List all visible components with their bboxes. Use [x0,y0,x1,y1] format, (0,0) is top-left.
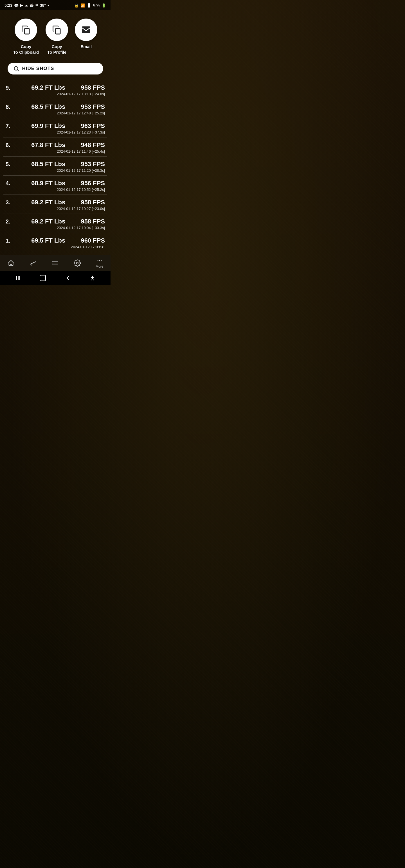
copy-clipboard-button[interactable] [15,19,37,41]
shot-number: 4. [6,180,16,187]
nav-settings[interactable] [69,259,85,267]
shot-number: 5. [6,161,16,167]
accessibility-button[interactable] [89,274,96,282]
shot-number: 7. [6,123,16,129]
shot-energy: 69.2 FT Lbs [16,84,81,91]
hide-shots-label: HIDE SHOTS [22,66,54,71]
message-icon: 💬 [14,3,19,8]
shot-number: 2. [6,218,16,225]
rifle-icon [30,259,37,267]
actions-row: CopyTo Clipboard CopyTo Profile Email [0,10,111,60]
copy-profile-button[interactable] [46,19,68,41]
shot-energy: 69.9 FT Lbs [16,122,81,130]
email-label: Email [81,44,92,50]
status-time: 5:23 [4,3,12,8]
shot-number: 8. [6,104,16,110]
shot-fps: 953 FPS [81,103,105,111]
svg-line-6 [30,264,31,265]
copy-profile-label: CopyTo Profile [47,44,66,55]
shot-list: 9. 69.2 FT Lbs 958 FPS 2024-01-12 17:13:… [0,80,111,252]
more-label: More [96,265,103,269]
shot-fps: 956 FPS [81,180,105,187]
copy-clipboard-action[interactable]: CopyTo Clipboard [13,19,39,55]
shot-number: 9. [6,85,16,91]
shot-fps: 953 FPS [81,160,105,168]
svg-line-4 [18,70,19,71]
system-nav [0,271,111,285]
svg-point-16 [97,260,98,261]
temperature: 38° [40,3,46,8]
svg-rect-2 [82,26,90,33]
shot-fps: 948 FPS [81,142,105,149]
shot-timestamp: 2024-01-12 17:09:31 [6,245,105,249]
shot-timestamp: 2024-01-12 17:10:52 [+25.2s] [6,187,105,192]
svg-point-15 [77,262,79,264]
shot-fps: 960 FPS [81,237,105,244]
shot-fps: 958 FPS [81,199,105,206]
back-button[interactable] [64,274,72,282]
shot-timestamp: 2024-01-12 17:11:20 [+28.3s] [6,168,105,173]
email-action[interactable]: Email [75,19,97,50]
shot-row[interactable]: 2. 69.2 FT Lbs 958 FPS 2024-01-12 17:10:… [3,214,107,233]
shot-energy: 68.5 FT Lbs [16,160,81,168]
svg-rect-0 [25,29,30,34]
battery-icon: 🔋 [102,3,106,8]
copy-profile-icon [52,25,62,35]
email-button[interactable] [75,19,97,41]
svg-rect-1 [56,29,60,34]
svg-point-12 [53,261,53,262]
lock-icon: 🔒 [74,3,79,8]
shot-row[interactable]: 1. 69.5 FT Lbs 960 FPS 2024-01-12 17:09:… [3,233,107,252]
shot-energy: 69.2 FT Lbs [16,218,81,225]
shot-fps: 958 FPS [81,218,105,225]
shot-row[interactable]: 7. 69.9 FT Lbs 963 FPS 2024-01-12 17:12:… [3,118,107,137]
shot-number: 1. [6,238,16,244]
svg-point-7 [35,262,35,262]
svg-line-22 [91,279,92,280]
shot-energy: 69.2 FT Lbs [16,199,81,206]
shot-timestamp: 2024-01-12 17:12:23 [+37.3s] [6,130,105,134]
shot-timestamp: 2024-01-12 17:10:04 [+33.3s] [6,226,105,230]
coffee-icon: ☕ [30,3,34,7]
dot-indicator: • [48,3,49,8]
recent-apps-button[interactable] [14,274,22,282]
settings-icon [74,259,81,267]
cloud-icon: ☁ [25,3,28,7]
nav-home[interactable] [3,259,19,267]
svg-point-14 [53,265,53,265]
back-chevron-icon [65,275,70,281]
shot-timestamp: 2024-01-12 17:13:13 [+24.8s] [6,92,105,96]
shot-energy: 67.8 FT Lbs [16,142,81,149]
youtube-icon: ▶ [20,3,23,7]
shot-row[interactable]: 6. 67.8 FT Lbs 948 FPS 2024-01-12 17:11:… [3,137,107,157]
more-icon [96,258,103,264]
shot-timestamp: 2024-01-12 17:11:46 [+25.4s] [6,149,105,153]
search-bar-wrap: HIDE SHOTS [0,60,111,80]
home-button[interactable] [39,274,47,282]
nav-more[interactable]: More [92,258,108,269]
copy-clipboard-icon [21,25,31,35]
wifi-icon: 📶 [81,3,85,8]
nav-rifle[interactable] [25,259,41,267]
nav-list[interactable] [47,259,63,267]
svg-point-17 [99,260,100,261]
shot-row[interactable]: 3. 69.2 FT Lbs 958 FPS 2024-01-12 17:10:… [3,195,107,214]
shot-fps: 958 FPS [81,84,105,91]
svg-point-13 [53,263,53,264]
shot-timestamp: 2024-01-12 17:12:48 [+25.2s] [6,111,105,115]
shot-row[interactable]: 8. 68.5 FT Lbs 953 FPS 2024-01-12 17:12:… [3,99,107,118]
copy-profile-action[interactable]: CopyTo Profile [46,19,68,55]
search-icon [13,65,20,72]
bottom-nav: More [0,255,111,271]
email-icon [81,25,91,35]
shot-row[interactable]: 5. 68.5 FT Lbs 953 FPS 2024-01-12 17:11:… [3,157,107,176]
email-status-icon: ✉ [35,3,38,7]
hide-shots-button[interactable]: HIDE SHOTS [8,63,103,74]
shot-energy: 68.9 FT Lbs [16,180,81,187]
shot-energy: 69.5 FT Lbs [16,237,81,244]
shot-timestamp: 2024-01-12 17:10:27 [+23.0s] [6,207,105,211]
shot-row[interactable]: 4. 68.9 FT Lbs 956 FPS 2024-01-12 17:10:… [3,176,107,195]
shot-row[interactable]: 9. 69.2 FT Lbs 958 FPS 2024-01-12 17:13:… [3,80,107,99]
list-icon [52,259,59,267]
person-icon [89,275,96,281]
